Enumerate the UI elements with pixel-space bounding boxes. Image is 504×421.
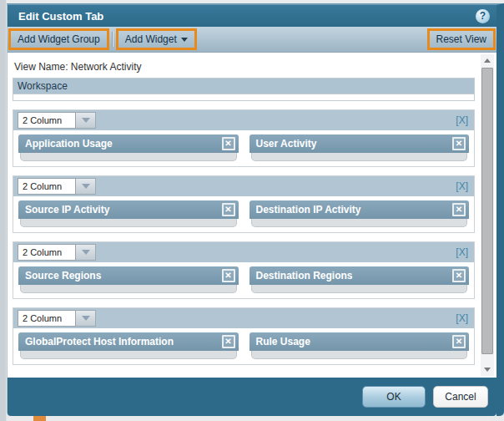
widget-groups: 2 Column [X] Application Usage ✕	[13, 109, 475, 365]
toolbar-separator	[112, 32, 113, 47]
widget-group-body: GlobalProtect Host Information ✕ Rule Us…	[13, 328, 474, 364]
dialog-toolbar: Add Widget Group Add Widget Reset View	[8, 27, 496, 53]
add-widget-group-button[interactable]: Add Widget Group	[11, 31, 107, 48]
widget-title: Destination Regions	[256, 270, 353, 282]
widget-body	[251, 351, 468, 359]
annotation-highlight-add-widget: Add Widget	[116, 28, 197, 50]
close-icon[interactable]: ✕	[222, 203, 235, 216]
chevron-down-icon	[82, 184, 90, 189]
widget-header: Source IP Activity ✕	[18, 200, 239, 219]
background-left-strip	[0, 0, 7, 421]
widget-group-header: 2 Column [X]	[13, 176, 474, 196]
content-main: View Name: Network Activity Workspace 2 …	[13, 59, 475, 365]
chevron-down-icon	[82, 316, 90, 321]
ok-button[interactable]: OK	[362, 386, 426, 408]
close-icon[interactable]: ✕	[452, 269, 466, 282]
widget-group: 2 Column [X] Application Usage ✕	[13, 109, 475, 167]
reset-view-button[interactable]: Reset View	[430, 31, 493, 48]
widget-group: 2 Column [X] GlobalProtect Host Informat…	[13, 307, 475, 365]
chevron-down-icon	[82, 250, 90, 255]
workspace-label: Workspace	[18, 80, 68, 92]
widget: Destination Regions ✕	[249, 266, 470, 293]
triangle-up-icon	[484, 58, 491, 63]
widget: Application Usage ✕	[18, 134, 239, 161]
widget-group-header: 2 Column [X]	[13, 308, 474, 328]
widget-header: Application Usage ✕	[18, 134, 239, 153]
close-icon[interactable]: ✕	[222, 137, 235, 150]
chevron-down-icon	[181, 38, 188, 42]
column-select-arrow-button[interactable]	[76, 310, 96, 327]
view-name-label: View Name: Network Activity	[13, 59, 475, 78]
close-icon[interactable]: ✕	[452, 335, 466, 348]
column-layout-select[interactable]: 2 Column	[18, 178, 76, 195]
widget-body	[20, 351, 237, 359]
widget-group-body: Application Usage ✕ User Activity ✕	[13, 130, 474, 166]
remove-group-link[interactable]: [X]	[456, 246, 468, 258]
widget-title: Rule Usage	[256, 336, 310, 347]
cancel-button[interactable]: Cancel	[433, 386, 488, 408]
widget-title: Application Usage	[25, 138, 113, 150]
workspace-panel: Workspace	[13, 78, 475, 101]
annotation-highlight-reset-view: Reset View	[427, 28, 496, 50]
column-layout-select[interactable]: 2 Column	[18, 244, 76, 261]
widget-group: 2 Column [X] Source IP Activity ✕	[13, 175, 475, 233]
dialog-title: Edit Custom Tab	[18, 10, 103, 23]
remove-group-link[interactable]: [X]	[456, 312, 468, 324]
workspace-header: Workspace	[13, 79, 474, 94]
widget-body	[251, 219, 468, 227]
widget-header: Rule Usage ✕	[249, 332, 470, 351]
widget-group-body: Source Regions ✕ Destination Regions ✕	[13, 262, 474, 298]
dialog-titlebar: Edit Custom Tab ?	[8, 5, 496, 27]
scrollbar-thumb[interactable]	[481, 68, 493, 354]
widget-header: GlobalProtect Host Information ✕	[18, 332, 239, 351]
column-select-arrow-button[interactable]	[76, 244, 96, 261]
column-select-arrow-button[interactable]	[76, 112, 96, 129]
vertical-scrollbar[interactable]	[481, 54, 494, 376]
scroll-up-arrow[interactable]	[481, 54, 494, 67]
close-icon[interactable]: ✕	[452, 137, 466, 150]
close-icon[interactable]: ✕	[222, 269, 235, 282]
scroll-down-arrow[interactable]	[481, 363, 494, 376]
help-icon[interactable]: ?	[476, 9, 490, 23]
dialog-footer: OK Cancel	[8, 378, 496, 416]
widget: Source IP Activity ✕	[18, 200, 239, 227]
widget: User Activity ✕	[249, 134, 470, 161]
workspace-body	[13, 94, 474, 100]
widget-title: Source Regions	[25, 270, 101, 282]
widget: Source Regions ✕	[18, 266, 239, 293]
close-icon[interactable]: ✕	[222, 335, 235, 348]
widget: Destination IP Activity ✕	[249, 200, 470, 227]
widget: GlobalProtect Host Information ✕	[18, 332, 239, 359]
background-annotation-fragment	[33, 416, 46, 421]
widget-header: User Activity ✕	[249, 134, 470, 153]
widget-group-body: Source IP Activity ✕ Destination IP Acti…	[13, 196, 474, 232]
add-widget-dropdown-button[interactable]: Add Widget	[118, 31, 194, 48]
background-bottom-strip	[7, 415, 504, 421]
widget-title: GlobalProtect Host Information	[25, 336, 174, 347]
widget-body	[20, 153, 237, 161]
annotation-highlight-add-widget-group: Add Widget Group	[8, 28, 109, 50]
widget-body	[251, 153, 468, 161]
widget-title: Source IP Activity	[25, 204, 109, 216]
triangle-down-icon	[484, 368, 491, 372]
column-select-arrow-button[interactable]	[76, 178, 96, 195]
add-widget-group-label: Add Widget Group	[18, 33, 100, 45]
column-layout-select[interactable]: 2 Column	[18, 112, 76, 129]
widget-body	[251, 285, 468, 293]
edit-custom-tab-dialog: Edit Custom Tab ? Add Widget Group Add W…	[7, 3, 504, 416]
reset-view-label: Reset View	[436, 33, 486, 45]
close-icon[interactable]: ✕	[452, 203, 466, 216]
remove-group-link[interactable]: [X]	[456, 114, 468, 126]
widget-title: User Activity	[256, 138, 317, 150]
chevron-down-icon	[82, 118, 90, 123]
add-widget-label: Add Widget	[125, 33, 177, 45]
remove-group-link[interactable]: [X]	[456, 180, 468, 192]
widget-group-header: 2 Column [X]	[13, 242, 474, 262]
widget-body	[20, 285, 237, 293]
widget-header: Destination IP Activity ✕	[249, 200, 470, 219]
widget-title: Destination IP Activity	[256, 204, 361, 216]
widget-body	[20, 219, 237, 227]
widget-header: Source Regions ✕	[18, 266, 239, 285]
widget: Rule Usage ✕	[249, 332, 470, 359]
column-layout-select[interactable]: 2 Column	[18, 310, 76, 327]
